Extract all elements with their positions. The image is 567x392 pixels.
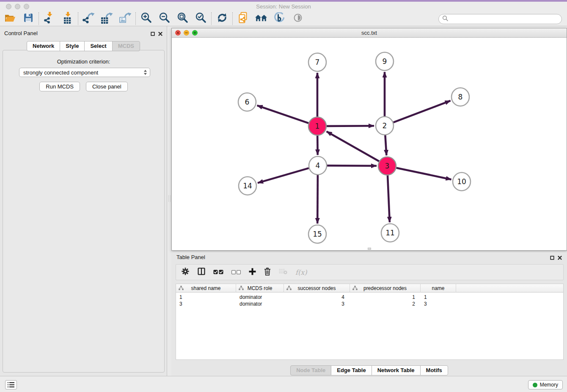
table-mode-button[interactable] [181,267,190,277]
graph-node-1[interactable]: 1 [308,117,326,135]
column-header-name[interactable]: name [421,284,456,293]
main-toolbar [0,11,567,26]
column-header-MCDS-role[interactable]: MCDS role [236,284,284,293]
import-table-button[interactable] [58,11,77,26]
run-mcds-button[interactable]: Run MCDS [39,82,80,91]
memory-button[interactable]: Memory [528,380,563,389]
graph-edge-4-3[interactable] [327,166,377,166]
graph-node-11[interactable]: 11 [381,224,399,242]
first-neighbors-button[interactable] [252,11,270,26]
table-tab-network-table[interactable]: Network Table [372,365,421,375]
graph-edge-3-1[interactable] [327,131,379,161]
graph-node-14[interactable]: 14 [239,177,256,195]
cell-name: 3 [421,301,456,307]
select-all-columns-icon [213,268,223,276]
cell-MCDS-role: dominator [236,301,284,307]
close-panel-icon[interactable] [158,31,162,37]
show-columns-button[interactable] [198,268,205,277]
tab-mcds[interactable]: MCDS [112,41,140,51]
tab-network[interactable]: Network [27,41,60,51]
column-header-predecessor-nodes[interactable]: predecessor nodes [350,284,421,293]
node-label: 10 [457,177,466,186]
create-column-button[interactable] [249,268,256,277]
unselect-all-columns-button[interactable] [231,268,241,276]
float-table-panel-icon[interactable] [550,255,554,261]
control-panel-tabs: NetworkStyleSelectMCDS [0,41,167,51]
zoom-selected-button[interactable] [192,11,210,26]
cybrowser-button[interactable] [270,11,289,26]
function-builder-button[interactable]: f(x) [295,268,307,276]
delete-columns-button[interactable] [264,268,271,277]
save-session-button[interactable] [19,11,37,26]
graph-edge-1-6[interactable] [257,105,309,123]
node-table: shared nameMCDS rolesuccessor nodesprede… [176,284,564,360]
network-zoom-button[interactable] [192,30,198,36]
graph-edge-1-4[interactable] [317,135,318,155]
delete-table-button[interactable] [279,268,287,276]
graphics-details-button[interactable] [289,11,307,26]
graph-edge-2-8[interactable] [394,101,451,122]
export-network-button[interactable] [80,11,98,26]
graph-edge-3-10[interactable] [396,168,451,179]
column-header-successor-nodes[interactable]: successor nodes [284,284,350,293]
graph-edge-3-11[interactable] [388,175,390,222]
panel-splitter[interactable] [168,195,171,202]
zoom-fit-button[interactable] [173,11,192,26]
column-header-label: name [432,285,444,291]
network-resize-handle[interactable] [368,248,371,250]
select-all-columns-button[interactable] [213,268,223,276]
export-table-button[interactable] [98,11,116,26]
open-session-button[interactable] [1,11,19,26]
table-tab-edge-table[interactable]: Edge Table [331,365,372,375]
column-header-shared-name[interactable]: shared name [176,284,236,293]
graph-node-8[interactable]: 8 [451,88,469,106]
node-label: 6 [245,98,250,106]
node-label: 2 [383,121,387,130]
search-input[interactable] [450,15,561,23]
task-history-button[interactable] [5,380,17,389]
table-row[interactable]: 3dominator323 [176,301,563,307]
table-mode-icon [181,267,190,277]
table-tab-motifs[interactable]: Motifs [420,365,448,375]
graph-node-4[interactable]: 4 [309,157,327,175]
chevron-updown-icon [143,69,147,75]
graph-node-6[interactable]: 6 [238,93,256,111]
network-window-titlebar[interactable]: scc.txt [172,28,567,38]
graph-edge-4-15[interactable] [317,175,318,224]
network-minimize-button[interactable] [184,30,189,36]
close-table-panel-icon[interactable] [558,255,562,261]
tab-select[interactable]: Select [84,41,112,51]
export-image-button[interactable] [116,11,134,26]
optimization-select[interactable]: strongly connected component [19,68,150,77]
refresh-network-button[interactable] [213,11,231,26]
import-table-icon [62,12,74,25]
graph-node-2[interactable]: 2 [376,117,394,135]
graph-edge-2-3[interactable] [385,135,386,155]
network-canvas[interactable]: 7968124314101511 [172,38,567,250]
tab-style[interactable]: Style [60,41,85,51]
table-row[interactable]: 1dominator411 [176,294,563,301]
zoom-in-button[interactable] [137,11,155,26]
toolbar-separator [232,12,233,25]
float-panel-icon[interactable] [151,31,155,37]
cell-predecessor-nodes: 1 [350,294,421,300]
graph-node-9[interactable]: 9 [376,52,394,71]
save-session-icon [24,13,33,24]
network-from-selection-icon [238,12,248,25]
import-network-button[interactable] [40,11,58,26]
zoom-out-button[interactable] [155,11,173,26]
graph-node-10[interactable]: 10 [453,173,471,191]
graph-node-3[interactable]: 3 [378,157,396,175]
table-tab-node-table[interactable]: Node Table [290,365,331,375]
close-panel-button[interactable]: Close panel [86,82,128,91]
graph-node-7[interactable]: 7 [308,53,326,72]
network-close-button[interactable] [175,30,181,36]
search-icon [442,15,448,23]
graph-edge-1-2[interactable] [327,126,374,126]
graph-edge-4-14[interactable] [258,168,309,183]
delete-columns-icon [264,268,271,277]
network-from-selection-button[interactable] [234,11,252,26]
graph-node-15[interactable]: 15 [308,225,326,243]
control-panel-title: Control Panel [4,30,38,36]
import-network-icon [44,12,55,25]
